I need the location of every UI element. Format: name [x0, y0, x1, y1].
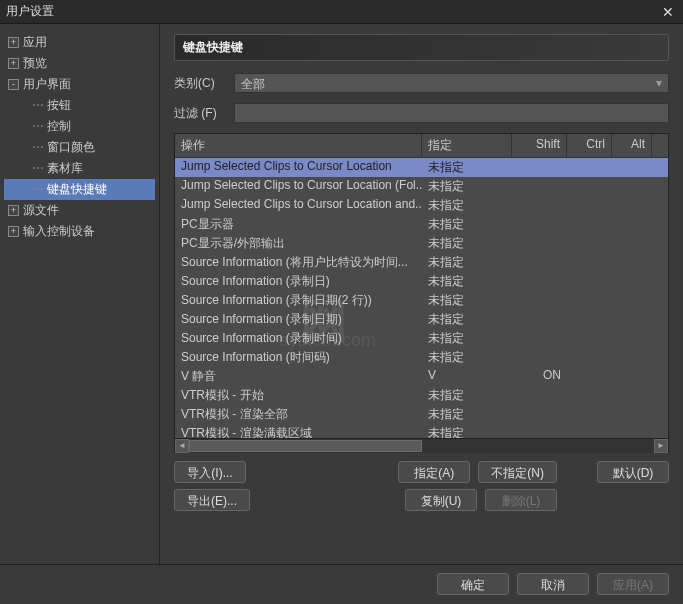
table-row[interactable]: V 静音VON — [175, 367, 668, 386]
scroll-left-icon[interactable]: ◄ — [175, 439, 189, 453]
category-row: 类别(C) 全部 — [174, 73, 669, 93]
expand-icon[interactable]: + — [8, 58, 19, 69]
table-row[interactable]: Jump Selected Clips to Cursor Location (… — [175, 177, 668, 196]
col-ctrl[interactable]: Ctrl — [567, 134, 612, 157]
sidebar-item-label: 用户界面 — [23, 77, 71, 91]
expand-icon[interactable]: + — [8, 226, 19, 237]
col-shift[interactable]: Shift — [512, 134, 567, 157]
sidebar-item-label: 应用 — [23, 35, 47, 49]
table-row[interactable]: Source Information (录制日)未指定 — [175, 272, 668, 291]
sidebar-item[interactable]: -用户界面 — [4, 74, 155, 95]
table-row[interactable]: Jump Selected Clips to Cursor Location a… — [175, 196, 668, 215]
sidebar: +应用+预览-用户界面⋯按钮⋯控制⋯窗口颜色⋯素材库⋯键盘快捷键+源文件+输入控… — [0, 24, 160, 564]
sidebar-item[interactable]: ⋯控制 — [4, 116, 155, 137]
table-row[interactable]: PC显示器/外部输出未指定 — [175, 234, 668, 253]
category-value: 全部 — [241, 77, 265, 91]
default-button[interactable]: 默认(D) — [597, 461, 669, 483]
table-body: Jump Selected Clips to Cursor Location未指… — [175, 158, 668, 438]
collapse-icon[interactable]: - — [8, 79, 19, 90]
sidebar-item[interactable]: ⋯按钮 — [4, 95, 155, 116]
sidebar-item-label: 预览 — [23, 56, 47, 70]
table-row[interactable]: Source Information (录制日期(2 行))未指定 — [175, 291, 668, 310]
ok-button[interactable]: 确定 — [437, 573, 509, 595]
button-row-2: 导出(E)... 复制(U) 删除(L) — [174, 489, 669, 511]
close-icon[interactable]: ✕ — [659, 4, 677, 20]
sidebar-item-label: 素材库 — [47, 161, 83, 175]
content-panel: 键盘快捷键 类别(C) 全部 过滤 (F) 操作 指定 Shift Ctrl A… — [160, 24, 683, 564]
apply-button[interactable]: 应用(A) — [597, 573, 669, 595]
sidebar-item[interactable]: +输入控制设备 — [4, 221, 155, 242]
expand-icon[interactable]: + — [8, 37, 19, 48]
sidebar-item[interactable]: ⋯窗口颜色 — [4, 137, 155, 158]
table-row[interactable]: PC显示器未指定 — [175, 215, 668, 234]
window-title: 用户设置 — [6, 3, 54, 20]
table-row[interactable]: VTR模拟 - 渲染满载区域未指定 — [175, 424, 668, 438]
sidebar-item-label: 源文件 — [23, 203, 59, 217]
duplicate-button[interactable]: 复制(U) — [405, 489, 477, 511]
sidebar-item[interactable]: +源文件 — [4, 200, 155, 221]
table-header: 操作 指定 Shift Ctrl Alt — [175, 134, 668, 158]
footer: 确定 取消 应用(A) — [0, 564, 683, 603]
expand-icon[interactable]: + — [8, 205, 19, 216]
sidebar-item-label: 按钮 — [47, 98, 71, 112]
sidebar-item-label: 控制 — [47, 119, 71, 133]
scroll-thumb[interactable] — [189, 440, 422, 452]
scroll-track[interactable] — [189, 439, 654, 453]
sidebar-item[interactable]: ⋯素材库 — [4, 158, 155, 179]
main-area: +应用+预览-用户界面⋯按钮⋯控制⋯窗口颜色⋯素材库⋯键盘快捷键+源文件+输入控… — [0, 24, 683, 564]
titlebar: 用户设置 ✕ — [0, 0, 683, 24]
delete-button[interactable]: 删除(L) — [485, 489, 557, 511]
section-header: 键盘快捷键 — [174, 34, 669, 61]
sidebar-item-label: 键盘快捷键 — [47, 182, 107, 196]
sidebar-item-label: 输入控制设备 — [23, 224, 95, 238]
filter-row: 过滤 (F) — [174, 103, 669, 123]
table-row[interactable]: VTR模拟 - 渲染全部未指定 — [175, 405, 668, 424]
col-alt[interactable]: Alt — [612, 134, 652, 157]
table-row[interactable]: Source Information (时间码)未指定 — [175, 348, 668, 367]
sidebar-item[interactable]: ⋯键盘快捷键 — [4, 179, 155, 200]
cancel-button[interactable]: 取消 — [517, 573, 589, 595]
category-label: 类别(C) — [174, 75, 234, 92]
scroll-right-icon[interactable]: ► — [654, 439, 668, 453]
table-row[interactable]: Source Information (将用户比特设为时间...未指定 — [175, 253, 668, 272]
sidebar-item-label: 窗口颜色 — [47, 140, 95, 154]
col-action[interactable]: 操作 — [175, 134, 422, 157]
button-row-1: 导入(I)... 指定(A) 不指定(N) 默认(D) — [174, 461, 669, 483]
table-row[interactable]: Source Information (录制日期)未指定 — [175, 310, 668, 329]
sidebar-item[interactable]: +应用 — [4, 32, 155, 53]
category-dropdown[interactable]: 全部 — [234, 73, 669, 93]
import-button[interactable]: 导入(I)... — [174, 461, 246, 483]
filter-label: 过滤 (F) — [174, 105, 234, 122]
export-button[interactable]: 导出(E)... — [174, 489, 250, 511]
assign-button[interactable]: 指定(A) — [398, 461, 470, 483]
shortcuts-table: 操作 指定 Shift Ctrl Alt Jump Selected Clips… — [174, 133, 669, 453]
unassign-button[interactable]: 不指定(N) — [478, 461, 557, 483]
table-row[interactable]: VTR模拟 - 开始未指定 — [175, 386, 668, 405]
col-assign[interactable]: 指定 — [422, 134, 512, 157]
h-scrollbar[interactable]: ◄ ► — [175, 438, 668, 452]
table-row[interactable]: Jump Selected Clips to Cursor Location未指… — [175, 158, 668, 177]
sidebar-item[interactable]: +预览 — [4, 53, 155, 74]
table-row[interactable]: Source Information (录制时间)未指定 — [175, 329, 668, 348]
filter-input[interactable] — [234, 103, 669, 123]
